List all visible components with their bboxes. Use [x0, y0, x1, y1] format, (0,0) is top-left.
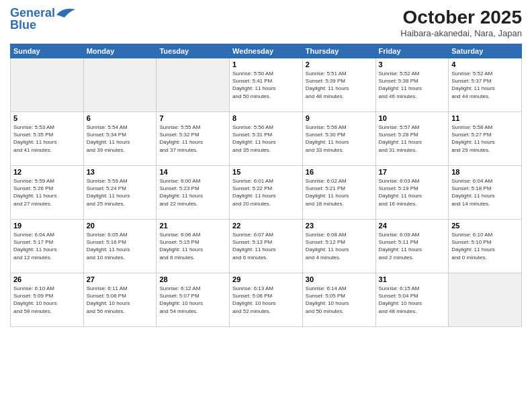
day-info: Sunrise: 6:12 AM Sunset: 5:07 PM Dayligh… [159, 285, 226, 315]
day-number: 10 [379, 114, 446, 122]
day-info: Sunrise: 6:02 AM Sunset: 5:21 PM Dayligh… [306, 177, 373, 208]
calendar-cell: 29Sunrise: 6:13 AM Sunset: 5:06 PM Dayli… [230, 273, 303, 327]
day-number: 28 [159, 275, 226, 283]
calendar-cell: 2Sunrise: 5:51 AM Sunset: 5:39 PM Daylig… [302, 58, 375, 112]
calendar-cell: 5Sunrise: 5:53 AM Sunset: 5:35 PM Daylig… [11, 112, 84, 166]
day-info: Sunrise: 5:57 AM Sunset: 5:28 PM Dayligh… [379, 124, 446, 154]
weekday-header-wednesday: Wednesday [230, 44, 303, 58]
calendar-cell: 31Sunrise: 6:15 AM Sunset: 5:04 PM Dayli… [375, 273, 449, 327]
day-number: 21 [159, 222, 226, 230]
day-number: 22 [232, 222, 300, 230]
day-info: Sunrise: 6:09 AM Sunset: 5:11 PM Dayligh… [379, 231, 446, 261]
day-info: Sunrise: 6:03 AM Sunset: 5:19 PM Dayligh… [379, 177, 446, 208]
day-number: 29 [232, 275, 300, 283]
day-info: Sunrise: 6:01 AM Sunset: 5:22 PM Dayligh… [232, 177, 300, 208]
calendar-cell: 8Sunrise: 5:56 AM Sunset: 5:31 PM Daylig… [230, 112, 303, 166]
calendar-cell: 27Sunrise: 6:11 AM Sunset: 5:08 PM Dayli… [83, 273, 157, 327]
calendar-cell: 30Sunrise: 6:14 AM Sunset: 5:05 PM Dayli… [302, 273, 375, 327]
title-section: October 2025 Haibara-akanedai, Nara, Jap… [400, 7, 522, 38]
day-info: Sunrise: 5:56 AM Sunset: 5:31 PM Dayligh… [232, 124, 300, 154]
calendar-cell: 1Sunrise: 5:50 AM Sunset: 5:41 PM Daylig… [230, 58, 303, 112]
day-info: Sunrise: 6:08 AM Sunset: 5:12 PM Dayligh… [306, 231, 373, 261]
weekday-header-sunday: Sunday [11, 44, 84, 58]
calendar-cell: 4Sunrise: 5:52 AM Sunset: 5:37 PM Daylig… [449, 58, 522, 112]
day-info: Sunrise: 6:04 AM Sunset: 5:17 PM Dayligh… [13, 231, 81, 261]
calendar-cell: 15Sunrise: 6:01 AM Sunset: 5:22 PM Dayli… [230, 166, 303, 220]
day-number: 15 [232, 168, 300, 176]
logo-blue-text: Blue [10, 19, 36, 32]
calendar-cell: 26Sunrise: 6:10 AM Sunset: 5:09 PM Dayli… [11, 273, 84, 327]
location: Haibara-akanedai, Nara, Japan [400, 28, 522, 38]
calendar-cell: 3Sunrise: 5:52 AM Sunset: 5:38 PM Daylig… [375, 58, 449, 112]
day-number: 4 [451, 60, 519, 68]
day-info: Sunrise: 5:56 AM Sunset: 5:30 PM Dayligh… [306, 124, 373, 154]
calendar-cell [449, 273, 522, 327]
day-info: Sunrise: 5:52 AM Sunset: 5:38 PM Dayligh… [379, 70, 446, 100]
weekday-header-thursday: Thursday [302, 44, 375, 58]
calendar-cell: 7Sunrise: 5:55 AM Sunset: 5:32 PM Daylig… [157, 112, 230, 166]
day-info: Sunrise: 5:51 AM Sunset: 5:39 PM Dayligh… [306, 70, 373, 100]
day-info: Sunrise: 5:59 AM Sunset: 5:26 PM Dayligh… [13, 177, 81, 208]
calendar-week-2: 5Sunrise: 5:53 AM Sunset: 5:35 PM Daylig… [11, 112, 522, 166]
day-info: Sunrise: 6:04 AM Sunset: 5:18 PM Dayligh… [451, 177, 519, 208]
day-number: 14 [159, 168, 226, 176]
day-info: Sunrise: 6:11 AM Sunset: 5:08 PM Dayligh… [87, 285, 154, 315]
weekday-header-saturday: Saturday [449, 44, 522, 58]
day-number: 11 [451, 114, 519, 122]
day-info: Sunrise: 6:10 AM Sunset: 5:10 PM Dayligh… [451, 231, 519, 261]
day-number: 30 [306, 275, 373, 283]
day-number: 17 [379, 168, 446, 176]
day-number: 31 [379, 275, 446, 283]
month-title: October 2025 [400, 7, 522, 28]
logo: General Blue [10, 7, 75, 32]
day-number: 26 [13, 275, 81, 283]
day-info: Sunrise: 5:52 AM Sunset: 5:37 PM Dayligh… [451, 70, 519, 100]
day-number: 24 [379, 222, 446, 230]
calendar-cell [83, 58, 157, 112]
weekday-header-tuesday: Tuesday [157, 44, 230, 58]
day-number: 23 [306, 222, 373, 230]
calendar-cell: 12Sunrise: 5:59 AM Sunset: 5:26 PM Dayli… [11, 166, 84, 220]
day-info: Sunrise: 5:53 AM Sunset: 5:35 PM Dayligh… [13, 124, 81, 154]
day-info: Sunrise: 5:55 AM Sunset: 5:32 PM Dayligh… [159, 124, 226, 154]
calendar-cell: 11Sunrise: 5:58 AM Sunset: 5:27 PM Dayli… [449, 112, 522, 166]
day-number: 7 [159, 114, 226, 122]
day-number: 12 [13, 168, 81, 176]
day-info: Sunrise: 5:58 AM Sunset: 5:27 PM Dayligh… [451, 124, 519, 154]
page-container: General Blue October 2025 Haibara-akaned… [0, 0, 532, 411]
day-number: 27 [87, 275, 154, 283]
calendar-cell: 18Sunrise: 6:04 AM Sunset: 5:18 PM Dayli… [449, 166, 522, 220]
calendar-cell: 16Sunrise: 6:02 AM Sunset: 5:21 PM Dayli… [302, 166, 375, 220]
calendar-cell: 20Sunrise: 6:05 AM Sunset: 5:16 PM Dayli… [83, 220, 157, 273]
calendar-cell: 17Sunrise: 6:03 AM Sunset: 5:19 PM Dayli… [375, 166, 449, 220]
calendar-cell: 14Sunrise: 6:00 AM Sunset: 5:23 PM Dayli… [157, 166, 230, 220]
day-number: 25 [451, 222, 519, 230]
day-info: Sunrise: 6:13 AM Sunset: 5:06 PM Dayligh… [232, 285, 300, 315]
calendar-cell: 25Sunrise: 6:10 AM Sunset: 5:10 PM Dayli… [449, 220, 522, 273]
calendar-cell: 13Sunrise: 5:59 AM Sunset: 5:24 PM Dayli… [83, 166, 157, 220]
weekday-header-friday: Friday [375, 44, 449, 58]
calendar-week-5: 26Sunrise: 6:10 AM Sunset: 5:09 PM Dayli… [11, 273, 522, 327]
calendar-week-1: 1Sunrise: 5:50 AM Sunset: 5:41 PM Daylig… [11, 58, 522, 112]
weekday-header-row: SundayMondayTuesdayWednesdayThursdayFrid… [11, 44, 522, 58]
calendar-cell: 9Sunrise: 5:56 AM Sunset: 5:30 PM Daylig… [302, 112, 375, 166]
calendar-cell [157, 58, 230, 112]
day-number: 8 [232, 114, 300, 122]
day-number: 1 [232, 60, 300, 68]
day-number: 16 [306, 168, 373, 176]
day-number: 13 [87, 168, 154, 176]
calendar-cell: 28Sunrise: 6:12 AM Sunset: 5:07 PM Dayli… [157, 273, 230, 327]
calendar-cell: 6Sunrise: 5:54 AM Sunset: 5:34 PM Daylig… [83, 112, 157, 166]
day-info: Sunrise: 6:00 AM Sunset: 5:23 PM Dayligh… [159, 177, 226, 208]
calendar-cell [11, 58, 84, 112]
day-info: Sunrise: 6:10 AM Sunset: 5:09 PM Dayligh… [13, 285, 81, 315]
calendar-table: SundayMondayTuesdayWednesdayThursdayFrid… [10, 44, 522, 327]
calendar-cell: 19Sunrise: 6:04 AM Sunset: 5:17 PM Dayli… [11, 220, 84, 273]
day-number: 2 [306, 60, 373, 68]
calendar-cell: 21Sunrise: 6:06 AM Sunset: 5:15 PM Dayli… [157, 220, 230, 273]
day-info: Sunrise: 6:06 AM Sunset: 5:15 PM Dayligh… [159, 231, 226, 261]
day-number: 6 [87, 114, 154, 122]
calendar-cell: 22Sunrise: 6:07 AM Sunset: 5:13 PM Dayli… [230, 220, 303, 273]
logo-wing-icon [56, 7, 75, 17]
day-number: 3 [379, 60, 446, 68]
